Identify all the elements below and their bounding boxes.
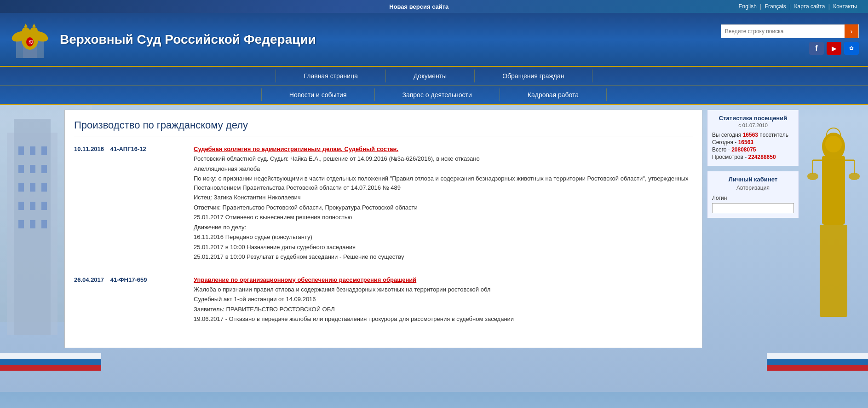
case-entry-2: 26.04.2017 41-ФН17-659 Управление по орг… — [74, 276, 693, 325]
nav-news[interactable]: Новости и события — [261, 88, 375, 101]
svg-rect-17 — [30, 165, 35, 173]
case-text-2: Жалоба о признании правил отлова и содер… — [194, 285, 693, 324]
new-version-label: Новая версия сайта — [101, 3, 737, 10]
right-sidebar: Статистика посещений с 01.07.2010 Вы сег… — [707, 110, 799, 218]
content-area: Производство по гражданскому делу 10.11.… — [64, 110, 702, 348]
case-line-2-2: Заявитель: ПРАВИТЕЛЬСТВО РОСТОВСКОЙ ОБЛ — [194, 305, 693, 314]
svg-marker-8 — [32, 23, 36, 27]
stats-today-num: 16563 — [743, 132, 758, 138]
case-date-2: 26.04.2017 — [74, 276, 104, 283]
contacts-link[interactable]: Контакты — [833, 3, 857, 10]
case-line-1-2: По иску: о признании недействующими в ча… — [194, 174, 693, 192]
case-meta-1: 10.11.2016 41-АПГ16-12 — [74, 146, 194, 152]
sitemap-link[interactable]: Карта сайта — [794, 3, 825, 10]
facebook-icon[interactable]: f — [809, 42, 824, 55]
header: Ю Верховный Суд Российской Федерации › f… — [0, 13, 868, 66]
youtube-icon[interactable]: ▶ — [827, 42, 841, 55]
svg-point-37 — [825, 136, 842, 152]
stats-box: Статистика посещений с 01.07.2010 Вы сег… — [707, 110, 799, 166]
stats-line-total: Всего - 20808075 — [712, 146, 794, 153]
navigation: Главная страница Документы Обращения гра… — [0, 66, 868, 105]
top-links: English | Français | Карта сайта | Конта… — [737, 3, 859, 10]
svg-rect-22 — [18, 202, 24, 210]
stats-today-label: Вы сегодня — [712, 132, 741, 138]
search-bar: › — [721, 24, 859, 38]
right-decoration — [804, 110, 863, 387]
stats-line3-label: Просмотров - — [712, 154, 748, 160]
page-title: Производство по гражданскому делу — [74, 119, 693, 136]
svg-rect-15 — [41, 146, 47, 155]
case-line-1-5: 25.01.2017 Отменено с вынесением решения… — [194, 213, 693, 222]
movement-label-1: Движение по делу: — [194, 223, 693, 232]
stats-title: Статистика посещений — [712, 115, 794, 122]
svg-rect-13 — [18, 146, 24, 155]
svg-rect-27 — [41, 220, 47, 228]
search-input[interactable] — [721, 26, 845, 36]
stats-today-visitor: Вы сегодня 16563 посетитель — [712, 132, 794, 138]
nav-hr[interactable]: Кадровая работа — [500, 88, 607, 101]
movement-link-1[interactable]: Движение по делу: — [194, 224, 246, 231]
case-line-1-3: Истец: Загика Константин Николаевич — [194, 193, 693, 202]
svg-rect-26 — [30, 220, 35, 228]
nav-row-1: Главная страница Документы Обращения гра… — [0, 67, 868, 86]
svg-rect-23 — [30, 202, 35, 210]
case-entry-1: 10.11.2016 41-АПГ16-12 Судебная коллегия… — [74, 146, 693, 262]
case-details-1: Судебная коллегия по административным де… — [194, 146, 693, 262]
login-label: Логин — [712, 195, 794, 201]
svg-rect-19 — [18, 183, 24, 192]
case-line-1-1: Апелляционная жалоба — [194, 164, 693, 174]
svg-rect-25 — [18, 220, 24, 228]
case-title-link-2[interactable]: Управление по организационному обеспечен… — [194, 276, 693, 283]
movement-1-1: 25.01.2017 в 10:00 Назначение даты судеб… — [194, 243, 693, 252]
case-line-2-1: Судебный акт 1-ой инстанции от 14.09.201… — [194, 295, 693, 304]
case-meta-2: 26.04.2017 41-ФН17-659 — [74, 276, 194, 283]
stats-line3-num: 224288650 — [748, 154, 776, 160]
nav-documents[interactable]: Документы — [386, 70, 475, 82]
svg-point-6 — [30, 27, 38, 35]
svg-rect-35 — [820, 225, 847, 317]
svg-rect-29 — [822, 156, 845, 225]
svg-text:Ю: Ю — [29, 40, 33, 45]
lang-french-link[interactable]: Français — [765, 3, 786, 10]
svg-marker-7 — [24, 23, 28, 27]
logo: Ю — [9, 19, 51, 60]
stats-line1-num: 16563 — [738, 139, 753, 146]
stats-line2-label: Всего - — [712, 146, 731, 153]
case-title-link-1[interactable]: Судебная коллегия по административным де… — [194, 146, 693, 152]
login-input[interactable] — [712, 203, 794, 213]
nav-home[interactable]: Главная страница — [276, 70, 386, 82]
case-line-2-0: Жалоба о признании правил отлова и содер… — [194, 285, 693, 294]
svg-rect-20 — [30, 183, 35, 192]
svg-rect-14 — [30, 146, 35, 155]
svg-rect-18 — [41, 165, 47, 173]
social-icons: f ▶ ✿ — [809, 42, 859, 55]
stats-line2-num: 20808075 — [731, 146, 756, 153]
svg-point-34 — [849, 173, 860, 180]
lang-english-link[interactable]: English — [739, 3, 757, 10]
search-button[interactable]: › — [845, 24, 858, 38]
cabinet-subtitle: Авторизация — [712, 185, 794, 191]
stats-line-today: Сегодня - 16563 — [712, 139, 794, 146]
site-title: Верховный Суд Российской Федерации — [60, 32, 721, 47]
left-decoration — [5, 110, 60, 386]
nav-activity[interactable]: Запрос о деятельности — [375, 88, 500, 101]
svg-rect-21 — [41, 183, 47, 192]
nav-citizens[interactable]: Обращения граждан — [475, 70, 592, 82]
svg-rect-24 — [41, 202, 47, 210]
stats-line-views: Просмотров - 224288650 — [712, 154, 794, 160]
movement-1-0: 16.11.2016 Передано судье (консультанту) — [194, 233, 693, 242]
main-layout: Производство по гражданскому делу 10.11.… — [0, 105, 868, 392]
flickr-icon[interactable]: ✿ — [844, 42, 859, 55]
case-text-1: Ростовский областной суд. Судья: Чайка Е… — [194, 154, 693, 262]
nav-row-2: Новости и события Запрос о деятельности … — [0, 86, 868, 104]
case-number-1: 41-АПГ16-12 — [110, 146, 146, 152]
case-details-2: Управление по организационному обеспечен… — [194, 276, 693, 325]
svg-point-33 — [807, 173, 818, 180]
header-right: › f ▶ ✿ — [721, 24, 859, 55]
top-bar: Новая версия сайта English | Français | … — [0, 0, 868, 13]
case-line-2-3: 19.06.2017 - Отказано в передаче жалобы … — [194, 315, 693, 324]
cabinet-title: Личный кабинет — [712, 176, 794, 183]
svg-rect-16 — [18, 165, 24, 173]
svg-point-5 — [22, 27, 29, 35]
case-line-1-4: Ответчик: Правительство Ростовской облас… — [194, 203, 693, 212]
